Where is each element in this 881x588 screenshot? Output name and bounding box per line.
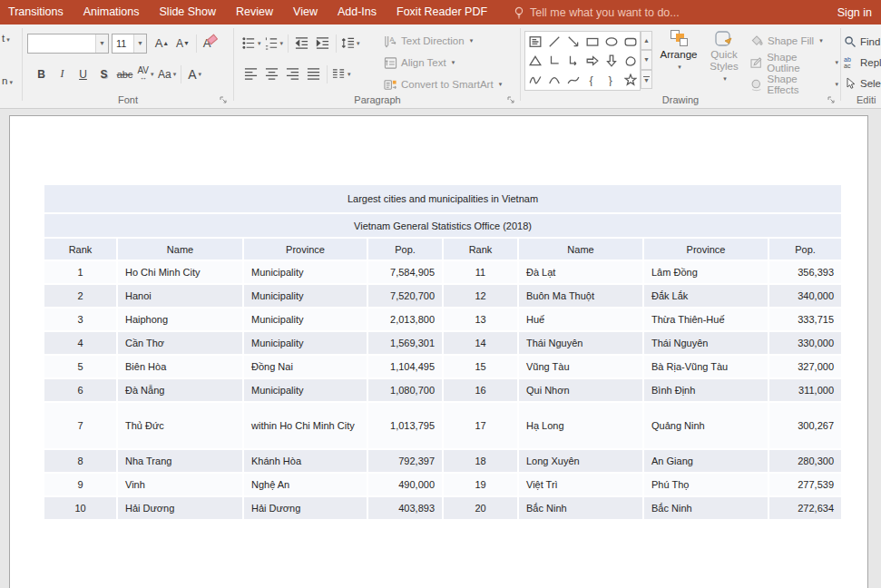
table-cell[interactable]: 330,000 (768, 331, 842, 355)
table-cell[interactable]: Bình Định (643, 378, 768, 402)
table-cell[interactable]: Cần Thơ (117, 331, 243, 355)
shape-right-arrow-icon[interactable] (586, 54, 599, 67)
table-cell[interactable]: 3 (44, 308, 117, 331)
table-cell[interactable]: 11 (443, 260, 518, 284)
table-cell[interactable]: Thừa Thiên-Huế (643, 308, 768, 331)
replace-button[interactable]: abac Repla (844, 53, 881, 73)
table-cell[interactable]: Long Xuyên (518, 449, 643, 473)
align-text-button[interactable]: Align Text▾ (384, 53, 502, 73)
font-size-combobox[interactable]: 11 ▼ (112, 34, 147, 54)
table-cell[interactable]: Municipality (243, 260, 367, 284)
align-left-button[interactable] (240, 64, 261, 84)
table-cell[interactable]: Bắc Ninh (643, 496, 768, 520)
tab-review[interactable]: Review (226, 0, 283, 24)
table-cell[interactable]: 8 (44, 449, 117, 473)
justify-button[interactable] (303, 64, 324, 84)
gallery-scroll-down-button[interactable]: ▼ (641, 50, 652, 69)
table-cell[interactable]: 490,000 (367, 473, 443, 496)
chevron-down-icon[interactable]: ▼ (95, 34, 108, 53)
table-cell[interactable]: 300,267 (768, 402, 842, 449)
clear-formatting-button[interactable]: A (200, 34, 220, 54)
table-cell[interactable]: Thái Nguyên (518, 331, 643, 355)
table-cell[interactable]: 13 (443, 308, 518, 331)
shape-right-brace-icon[interactable]: } (605, 74, 618, 86)
table-cell[interactable]: 280,300 (768, 449, 842, 473)
shape-elbow-arrow-connector-icon[interactable] (567, 54, 580, 67)
table-cell[interactable]: 4 (44, 331, 117, 355)
table-cell[interactable]: Huế (518, 308, 643, 331)
quick-styles-button[interactable]: Quick Styles ▾ (704, 30, 744, 84)
table-cell[interactable]: 333,715 (768, 308, 842, 331)
font-color-button[interactable]: A▾ (184, 64, 205, 84)
select-button[interactable]: Selec (844, 74, 881, 93)
find-button[interactable]: Find (844, 32, 880, 52)
table-cell[interactable]: 1,013,795 (367, 402, 443, 449)
table-cell[interactable]: 17 (443, 402, 518, 449)
shape-down-arrow-icon[interactable] (605, 54, 618, 67)
bullets-button[interactable]: ▾ (240, 34, 263, 54)
align-right-button[interactable] (282, 64, 303, 84)
underline-button[interactable]: U (73, 64, 93, 84)
paragraph-dialog-launcher[interactable] (506, 95, 515, 104)
shape-fill-button[interactable]: Shape Fill▾ (749, 31, 838, 51)
table-cell[interactable]: 7 (44, 402, 117, 449)
table-cell[interactable]: 1,080,700 (367, 378, 443, 402)
table-cell[interactable]: 9 (44, 473, 117, 496)
strikethrough-button[interactable]: abc (114, 64, 135, 84)
table-cell[interactable]: Ho Chi Minh City (117, 260, 243, 284)
table-cell[interactable]: 1,569,301 (367, 331, 443, 355)
tab-animations[interactable]: Animations (73, 0, 150, 24)
column-header[interactable]: Province (243, 238, 367, 260)
table-cell[interactable]: 2,013,800 (367, 308, 443, 331)
columns-button[interactable]: ▾ (330, 64, 353, 84)
drawing-dialog-launcher[interactable] (827, 95, 836, 104)
tab-view[interactable]: View (283, 0, 328, 24)
column-header[interactable]: Pop. (367, 238, 443, 260)
grow-font-button[interactable]: A▲ (152, 34, 172, 54)
text-shadow-button[interactable]: S (93, 64, 114, 84)
table-cell[interactable]: 5 (44, 355, 117, 378)
table-cell[interactable]: Hải Dương (243, 496, 367, 520)
shape-elbow-connector-icon[interactable] (548, 54, 561, 67)
clipped-layout-button[interactable]: t▾ (2, 33, 10, 44)
table-cell[interactable]: Nha Trang (117, 449, 243, 473)
convert-to-smartart-button[interactable]: Convert to SmartArt▾ (384, 74, 502, 94)
shape-arc-icon[interactable] (548, 74, 561, 86)
table-cell[interactable]: Đắk Lắk (643, 284, 768, 308)
table-cell[interactable]: 403,893 (367, 496, 443, 520)
table-cell[interactable]: 7,520,700 (367, 284, 443, 308)
numbering-button[interactable]: ▾ (263, 34, 286, 54)
character-spacing-button[interactable]: AV↔▾ (135, 64, 156, 84)
text-direction-button[interactable]: A Text Direction▾ (384, 31, 502, 51)
table-cell[interactable]: Phú Thọ (643, 473, 768, 496)
table-cell[interactable]: 18 (443, 449, 518, 473)
column-header[interactable]: Rank (44, 238, 117, 260)
table-cell[interactable]: Vũng Tàu (518, 355, 643, 378)
column-header[interactable]: Province (643, 238, 768, 260)
table-cell[interactable]: Việt Trì (518, 473, 643, 496)
increase-indent-button[interactable] (312, 34, 333, 54)
vietnam-cities-table[interactable]: Largest cities and municipalities in Vie… (43, 183, 843, 521)
shape-rectangle-icon[interactable] (586, 35, 599, 48)
clipped-section-button[interactable]: n▾ (2, 75, 13, 86)
table-cell[interactable]: An Giang (643, 449, 768, 473)
table-cell[interactable]: 15 (443, 355, 518, 378)
shape-left-brace-icon[interactable]: { (586, 74, 599, 86)
tab-add-ins[interactable]: Add-Ins (328, 0, 387, 24)
table-cell[interactable]: Biên Hòa (117, 355, 243, 378)
chevron-down-icon[interactable]: ▼ (133, 34, 146, 53)
column-header[interactable]: Name (518, 238, 643, 260)
table-cell[interactable]: 1,104,495 (367, 355, 443, 378)
shape-effects-button[interactable]: Shape Effects▾ (749, 74, 838, 94)
table-cell[interactable]: Qui Nhơn (518, 378, 643, 402)
table-cell[interactable]: 19 (443, 473, 518, 496)
table-cell[interactable]: Vinh (117, 473, 243, 496)
table-cell[interactable]: Hanoi (117, 284, 243, 308)
table-subtitle[interactable]: Vietnam General Statistics Office (2018) (44, 213, 842, 238)
table-cell[interactable]: 7,584,905 (367, 260, 443, 284)
shape-text-box-icon[interactable] (529, 35, 542, 48)
table-cell[interactable]: 16 (443, 378, 518, 402)
table-cell[interactable]: 1 (44, 260, 117, 284)
shrink-font-button[interactable]: A▼ (172, 34, 193, 54)
shape-oval-icon[interactable] (605, 35, 618, 48)
